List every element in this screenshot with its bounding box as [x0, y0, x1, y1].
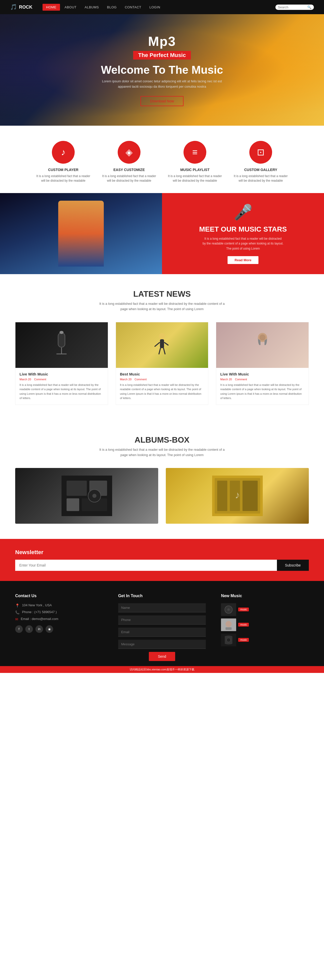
- search-input[interactable]: [278, 5, 306, 9]
- footer-phone-text: Phone : (+71 5896547 ): [22, 610, 57, 614]
- feature-icon-playlist: [184, 141, 206, 164]
- svg-rect-31: [226, 627, 232, 630]
- news-card-body-2: Live With Music March 20 Comment It is a…: [216, 368, 308, 405]
- newsletter-email-input[interactable]: [15, 560, 277, 571]
- news-card-img-1: [116, 322, 208, 368]
- playlist-icon: [192, 147, 197, 158]
- headphone-illustration: [253, 330, 273, 360]
- news-card-body-0: Live With Music March 20 Comment It is a…: [16, 368, 108, 405]
- feature-custom-player: CUSTOM PLAYER It is a long established f…: [35, 141, 91, 183]
- albums-desc: It is a long established fact that a rea…: [99, 447, 225, 458]
- svg-point-5: [159, 333, 165, 339]
- footer-phone: 📞 Phone : (+71 5896547 ): [15, 610, 103, 614]
- footer-music-item-1: music: [221, 619, 309, 631]
- footer-address: 📍 104 New York , USA: [15, 603, 103, 608]
- news-date-0: March 20: [19, 378, 31, 381]
- nav-home[interactable]: HOME: [43, 4, 60, 11]
- download-button[interactable]: Download Now: [140, 96, 184, 106]
- feature-title-2: MUSIC PLAYLIST: [167, 168, 223, 172]
- footer-get-in-touch-title: Get In Touch: [118, 593, 206, 598]
- latest-news-section: LATEST NEWS It is a long established fac…: [0, 274, 324, 420]
- hero-desc: Lorem ipsum dolor sit amet consec tetur …: [101, 79, 223, 89]
- feature-desc-3: It is a long established fact that a rea…: [233, 174, 289, 183]
- svg-line-9: [159, 348, 160, 354]
- meet-stars-content: 🎤 MEET OUR MUSIC STARS It is a long esta…: [162, 193, 324, 274]
- meet-stars-img-inner: [0, 193, 162, 274]
- footer-phone-input[interactable]: [118, 616, 206, 625]
- footer-send-button[interactable]: Send: [149, 652, 175, 661]
- news-grid: Live With Music March 20 Comment It is a…: [15, 322, 309, 405]
- logo-text: ROCK: [19, 5, 32, 10]
- footer-contact-col: Contact Us 📍 104 New York , USA 📞 Phone …: [15, 593, 103, 661]
- nav-albums[interactable]: ALBUMS: [81, 4, 102, 11]
- nav-contact[interactable]: CONTACT: [121, 4, 145, 11]
- read-more-button[interactable]: Read More: [227, 256, 259, 264]
- album-item-0[interactable]: [15, 468, 158, 524]
- newsletter-section: Newsletter Subscribe: [0, 539, 324, 581]
- footer-music-grid: music music: [221, 603, 309, 646]
- news-comment-2: Comment: [235, 378, 247, 381]
- news-title: LATEST NEWS: [15, 290, 309, 299]
- news-card-0: Live With Music March 20 Comment It is a…: [15, 322, 108, 405]
- facebook-icon[interactable]: f: [15, 625, 23, 633]
- feature-custom-gallery: CUSTOM GALLERY It is a long established …: [233, 141, 289, 183]
- svg-point-28: [227, 608, 230, 611]
- nav-about[interactable]: ABOUT: [61, 4, 80, 11]
- thumb-art-0: [221, 603, 236, 616]
- news-card-1: Best Music March 20 Comment It is a long…: [116, 322, 208, 405]
- news-card-img-0: [16, 322, 108, 368]
- footer-message-input[interactable]: [118, 640, 206, 649]
- svg-text:♪: ♪: [235, 489, 240, 500]
- svg-rect-16: [67, 498, 79, 511]
- news-date-1: March 20: [120, 378, 132, 381]
- album-item-1[interactable]: ♪: [166, 468, 309, 524]
- feature-title-0: CUSTOM PLAYER: [35, 168, 91, 172]
- meet-stars-title: MEET OUR MUSIC STARS: [199, 225, 287, 233]
- svg-rect-24: [243, 480, 258, 511]
- feature-icon-music: [52, 141, 75, 164]
- footer-music-thumb-0: [221, 603, 236, 616]
- footer-name-input[interactable]: [118, 603, 206, 612]
- footer-email-input[interactable]: [118, 628, 206, 637]
- logo[interactable]: 🎵 ROCK: [10, 4, 32, 10]
- footer-music-col: New Music music: [221, 593, 309, 661]
- rss-icon[interactable]: ◉: [46, 625, 53, 633]
- svg-point-30: [226, 621, 232, 627]
- footer-contact-title: Contact Us: [15, 593, 103, 598]
- footer-music-thumb-2: [221, 634, 236, 646]
- hero-section: Mp3 The Perfect Music Welcome To The Mus…: [0, 14, 324, 126]
- news-date-2: March 20: [220, 378, 232, 381]
- location-icon: 📍: [15, 603, 19, 608]
- newsletter-title: Newsletter: [15, 549, 309, 555]
- svg-point-19: [92, 494, 97, 498]
- meet-stars-desc: It is a long established fact that a rea…: [202, 236, 284, 251]
- logo-icon: 🎵: [10, 4, 17, 10]
- svg-line-7: [155, 342, 159, 346]
- music-note-icon: [61, 147, 65, 158]
- nav-blog[interactable]: BLOG: [103, 4, 120, 11]
- news-card-text-2: It is a long established fact that a rea…: [220, 383, 305, 401]
- album-art-0: [62, 476, 112, 516]
- feature-desc-1: It is a long established fact that a rea…: [101, 174, 157, 183]
- twitter-icon[interactable]: t: [25, 625, 33, 633]
- footer-music-label-2: music: [238, 638, 249, 642]
- navbar: 🎵 ROCK HOME ABOUT ALBUMS BLOG CONTACT LO…: [0, 0, 324, 14]
- hero-subtitle-box: The Perfect Music: [133, 51, 191, 60]
- phone-icon: 📞: [15, 610, 19, 614]
- svg-point-33: [227, 638, 230, 642]
- news-comment-1: Comment: [135, 378, 147, 381]
- news-comment-0: Comment: [34, 378, 46, 381]
- linkedin-icon[interactable]: in: [35, 625, 43, 633]
- nav-login[interactable]: LOGIN: [146, 4, 164, 11]
- feature-title-3: CUSTOM GALLERY: [233, 168, 289, 172]
- thumb-art-1: [221, 619, 236, 631]
- subscribe-button[interactable]: Subscribe: [277, 560, 309, 571]
- footer-music-item-2: music: [221, 634, 309, 646]
- bottom-bar-text: 访问精品社区bbs.xieniao.com发现不一样的资源下载: [130, 668, 194, 671]
- footer-music-label-0: music: [238, 608, 249, 611]
- svg-line-10: [164, 348, 165, 354]
- search-icon: 🔍: [307, 5, 311, 9]
- microphone-icon: 🎤: [233, 203, 253, 221]
- hero-mp3: Mp3: [101, 34, 223, 49]
- runner-illustration: [152, 330, 172, 360]
